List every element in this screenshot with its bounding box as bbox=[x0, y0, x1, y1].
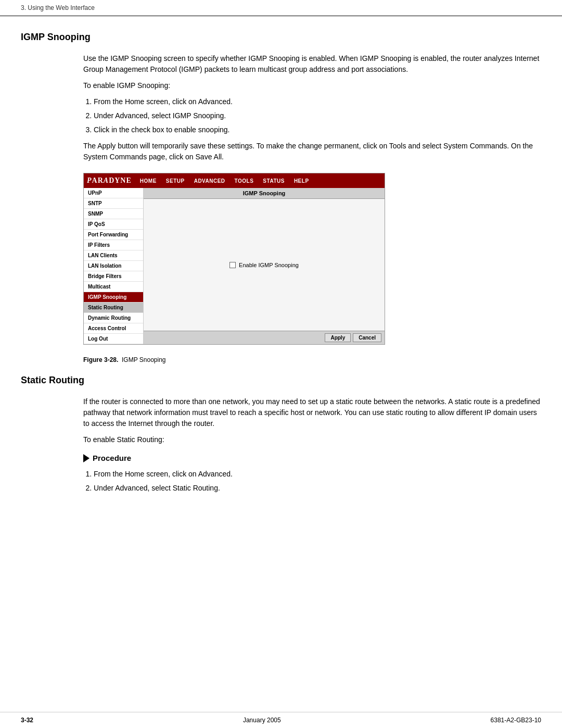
nav-advanced[interactable]: ADVANCED bbox=[190, 177, 229, 185]
static-routing-step-1: From the Home screen, click on Advanced. bbox=[94, 469, 541, 480]
igmp-enable-instruction: To enable IGMP Snooping: bbox=[83, 80, 541, 91]
igmp-checkbox-row: Enable IGMP Snooping bbox=[229, 262, 299, 268]
button-bar: Apply Cancel bbox=[144, 331, 385, 344]
nav-status[interactable]: STATUS bbox=[259, 177, 289, 185]
igmp-step-2: Under Advanced, select IGMP Snooping. bbox=[94, 110, 541, 121]
sidebar-static-routing[interactable]: Static Routing bbox=[84, 303, 143, 313]
sidebar-igmp-snooping[interactable]: IGMP Snooping bbox=[84, 292, 143, 303]
nav-tools[interactable]: TOOLS bbox=[231, 177, 258, 185]
static-routing-section: Static Routing If the router is connecte… bbox=[21, 375, 541, 494]
footer-page-number: 3-32 bbox=[21, 717, 33, 724]
router-body: UPnP SNTP SNMP IP QoS Port Forwarding IP… bbox=[84, 188, 385, 344]
page-footer: 3-32 January 2005 6381-A2-GB23-10 bbox=[0, 712, 562, 728]
paradyne-logo: PARADYNE bbox=[87, 175, 136, 186]
router-content-area: IGMP Snooping Enable IGMP Snooping Apply… bbox=[144, 188, 385, 344]
sidebar-lan-isolation[interactable]: LAN Isolation bbox=[84, 261, 143, 271]
top-bar: 3. Using the Web Interface bbox=[0, 0, 562, 16]
igmp-intro: Use the IGMP Snooping screen to specify … bbox=[83, 53, 541, 75]
igmp-step-1: From the Home screen, click on Advanced. bbox=[94, 96, 541, 107]
cancel-button[interactable]: Cancel bbox=[353, 333, 381, 342]
router-navbar: PARADYNE HOME SETUP ADVANCED TOOLS STATU… bbox=[84, 173, 385, 188]
sidebar-multicast[interactable]: Multicast bbox=[84, 282, 143, 292]
igmp-apply-note: The Apply button will temporarily save t… bbox=[83, 141, 541, 162]
procedure-heading-container: Procedure bbox=[83, 454, 541, 462]
static-routing-intro: If the router is connected to more than … bbox=[83, 396, 541, 429]
igmp-checkbox-label: Enable IGMP Snooping bbox=[239, 262, 299, 268]
igmp-enable-checkbox[interactable] bbox=[229, 262, 236, 268]
igmp-indented: Use the IGMP Snooping screen to specify … bbox=[83, 53, 541, 365]
static-routing-indented: If the router is connected to more than … bbox=[83, 396, 541, 494]
nav-items-container: HOME SETUP ADVANCED TOOLS STATUS HELP bbox=[136, 177, 313, 185]
main-content: IGMP Snooping Use the IGMP Snooping scre… bbox=[0, 16, 562, 525]
top-bar-text: 3. Using the Web Interface bbox=[21, 4, 95, 11]
sidebar-sntp[interactable]: SNTP bbox=[84, 198, 143, 209]
sidebar-bridge-filters[interactable]: Bridge Filters bbox=[84, 271, 143, 282]
figure-title: IGMP Snooping bbox=[122, 356, 166, 363]
footer-date: January 2005 bbox=[243, 717, 281, 724]
static-routing-enable-instruction: To enable Static Routing: bbox=[83, 434, 541, 445]
sidebar-ip-filters[interactable]: IP Filters bbox=[84, 240, 143, 250]
static-routing-steps-list: From the Home screen, click on Advanced.… bbox=[94, 469, 541, 494]
igmp-section: IGMP Snooping Use the IGMP Snooping scre… bbox=[21, 32, 541, 365]
sidebar-dynamic-routing[interactable]: Dynamic Routing bbox=[84, 313, 143, 323]
figure-caption: Figure 3-28. IGMP Snooping bbox=[83, 355, 541, 365]
router-ui-screenshot: PARADYNE HOME SETUP ADVANCED TOOLS STATU… bbox=[83, 173, 385, 345]
content-body: Enable IGMP Snooping bbox=[144, 199, 385, 331]
static-routing-heading: Static Routing bbox=[21, 375, 541, 386]
figure-label: Figure 3-28. bbox=[83, 356, 118, 363]
igmp-heading: IGMP Snooping bbox=[21, 32, 541, 43]
content-title: IGMP Snooping bbox=[144, 188, 385, 199]
sidebar-ipqos[interactable]: IP QoS bbox=[84, 219, 143, 230]
nav-home[interactable]: HOME bbox=[136, 177, 161, 185]
footer-doc-id: 6381-A2-GB23-10 bbox=[491, 717, 541, 724]
sidebar-snmp[interactable]: SNMP bbox=[84, 209, 143, 219]
igmp-steps-list: From the Home screen, click on Advanced.… bbox=[94, 96, 541, 135]
router-sidebar: UPnP SNTP SNMP IP QoS Port Forwarding IP… bbox=[84, 188, 144, 344]
procedure-heading-label: Procedure bbox=[93, 454, 131, 462]
nav-setup[interactable]: SETUP bbox=[162, 177, 189, 185]
sidebar-upnp[interactable]: UPnP bbox=[84, 188, 143, 198]
igmp-step-3: Click in the check box to enable snoopin… bbox=[94, 124, 541, 135]
sidebar-port-forwarding[interactable]: Port Forwarding bbox=[84, 230, 143, 240]
sidebar-log-out[interactable]: Log Out bbox=[84, 334, 143, 344]
static-routing-step-2: Under Advanced, select Static Routing. bbox=[94, 483, 541, 494]
nav-help[interactable]: HELP bbox=[290, 177, 313, 185]
apply-button[interactable]: Apply bbox=[325, 333, 351, 342]
sidebar-lan-clients[interactable]: LAN Clients bbox=[84, 250, 143, 261]
triangle-icon bbox=[83, 454, 90, 462]
sidebar-access-control[interactable]: Access Control bbox=[84, 323, 143, 334]
